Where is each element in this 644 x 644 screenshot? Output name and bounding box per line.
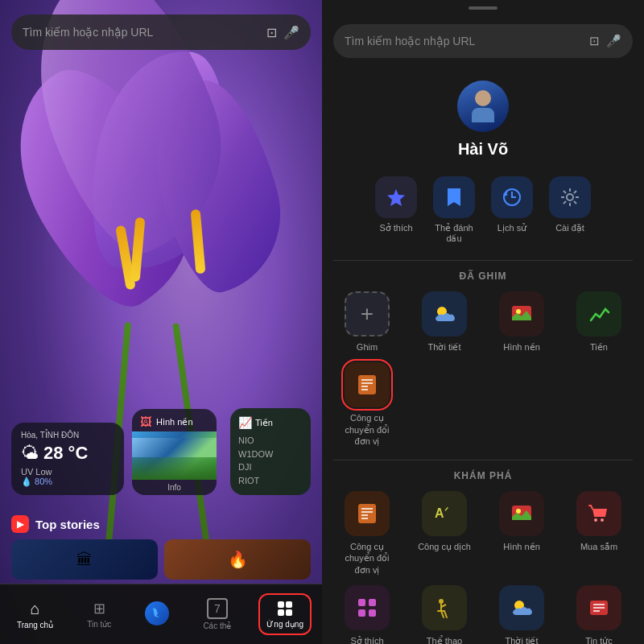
lich-su-label: Lịch sử	[497, 223, 526, 233]
profile-avatar[interactable]	[457, 80, 509, 132]
app-item-cong-cu-kp[interactable]: Công cụchuyển đổiđơn vị	[333, 491, 401, 576]
cong-cu-kp-icon	[345, 491, 390, 536]
top-stories-title: ▶ Top stories	[11, 515, 311, 533]
svg-point-7	[567, 194, 573, 200]
hinh-nen-kp-label: Hình nền	[503, 541, 540, 552]
cong-cu-kp-label: Công cụchuyển đổiđơn vị	[345, 541, 390, 576]
nav-news[interactable]: ⊞ Tin tức	[80, 595, 118, 634]
top-stories-label: Top stories	[35, 518, 100, 531]
avatar-body	[472, 108, 494, 122]
thoi-tiet-icon	[422, 291, 467, 336]
story-thumb-2[interactable]: 🔥	[164, 539, 311, 580]
so-thich-kp-icon	[345, 585, 390, 630]
app-item-the-thao[interactable]: Thể thao	[411, 585, 478, 644]
wallpaper-widget[interactable]: 🖼 Hình nền Info	[132, 409, 217, 495]
weather-temp: 28 °C	[43, 443, 88, 464]
quick-action-the-danh-dau[interactable]: Thẻ đánhdấu	[433, 176, 475, 244]
ghim-icon: +	[345, 291, 390, 336]
nav-tabs-label: Các thẻ	[203, 621, 231, 630]
svg-text:A: A	[435, 506, 444, 520]
tien-icon	[576, 291, 621, 336]
section-pinned-header: ĐÃ GHIM	[322, 264, 644, 291]
wallpaper-label: Hình nền	[156, 417, 193, 427]
left-panel: Tìm kiếm hoặc nhập URL ⊡ 🎤 Hòa, TỈNH ĐÔN…	[0, 0, 322, 644]
section-explore-header: KHÁM PHÁ	[322, 464, 644, 491]
weather-location: Hòa, TỈNH ĐÔN	[21, 431, 114, 440]
app-item-cong-cu-dich[interactable]: A ᐟ Công cụ dịch	[411, 491, 478, 576]
mic-icon[interactable]: 🎤	[283, 25, 299, 40]
right-panel: Tìm kiếm hoặc nhập URL ⊡ 🎤 Hài Võ Sở thí…	[322, 0, 644, 644]
avatar-inner	[457, 80, 509, 132]
cong-cu-dich-icon: A ᐟ	[422, 491, 467, 536]
stories-icon: ▶	[11, 515, 29, 533]
hinh-nen-label: Hình nền	[503, 341, 540, 353]
nav-apps-label: Ứng dụng	[266, 620, 303, 629]
nav-home[interactable]: ⌂ Trang chủ	[10, 595, 60, 634]
svg-point-31	[439, 599, 444, 604]
app-item-thoi-tiet[interactable]: Thời tiết	[411, 291, 478, 353]
app-item-cong-cu[interactable]: Công cụchuyển đổiđơn vị	[333, 362, 401, 447]
app-item-so-thich-kp[interactable]: Sở thích	[333, 585, 401, 644]
the-thao-label: Thể thao	[427, 635, 462, 644]
nav-tabs[interactable]: 7 Các thẻ	[196, 593, 237, 635]
nav-apps[interactable]: Ứng dụng	[258, 593, 312, 635]
wallpaper-image	[132, 431, 217, 480]
app-item-hinh-nen-kp[interactable]: Hình nền	[488, 491, 555, 576]
tien-widget[interactable]: 📈 Tiền NIO W1DOW DJI RIOT	[230, 408, 311, 495]
bottom-nav: ⌂ Trang chủ ⊞ Tin tức 7 Các thẻ	[0, 584, 322, 644]
avatar-head	[475, 90, 491, 106]
weather-uv: UV Low	[21, 467, 114, 477]
hinh-nen-icon	[499, 291, 544, 336]
cong-cu-dich-label: Công cụ dịch	[418, 541, 471, 552]
svg-rect-29	[358, 609, 365, 617]
left-search-placeholder: Tìm kiếm hoặc nhập URL	[23, 26, 260, 39]
left-search-bar[interactable]: Tìm kiếm hoặc nhập URL ⊡ 🎤	[11, 14, 311, 50]
quick-action-so-thich[interactable]: Sở thích	[375, 176, 417, 244]
divider-1	[333, 260, 633, 261]
quick-actions: Sở thích Thẻ đánhdấu Lịch sử	[322, 176, 644, 257]
svg-point-26	[601, 518, 604, 522]
weather-widget[interactable]: Hòa, TỈNH ĐÔN 🌤 28 °C UV Low 💧 80%	[11, 423, 124, 495]
quick-action-cai-dat[interactable]: Cài đặt	[549, 176, 591, 244]
tien-label: Tiền	[255, 418, 273, 428]
nav-news-label: Tin tức	[87, 620, 111, 629]
mua-sam-icon	[576, 491, 621, 536]
tien-header: 📈 Tiền	[238, 416, 303, 429]
right-camera-icon[interactable]: ⊡	[589, 34, 600, 48]
svg-text:ᐟ: ᐟ	[444, 506, 448, 517]
wallpaper-icon: 🖼	[140, 415, 151, 428]
thoi-tiet-kp-label: Thời tiết	[506, 635, 539, 644]
wallpaper-header: 🖼 Hình nền	[132, 409, 217, 431]
thoi-tiet-kp-icon	[499, 585, 544, 630]
app-item-ghim[interactable]: + Ghim	[333, 291, 401, 353]
the-danh-dau-label: Thẻ đánhdấu	[435, 223, 473, 244]
the-danh-dau-icon	[433, 176, 475, 218]
cai-dat-label: Cài đặt	[555, 223, 584, 233]
right-search-inner[interactable]: Tìm kiếm hoặc nhập URL ⊡ 🎤	[333, 24, 633, 58]
story-thumb-1[interactable]: 🏛	[11, 539, 158, 580]
app-item-mua-sam[interactable]: Mua sắm	[565, 491, 633, 576]
cai-dat-icon	[549, 176, 591, 218]
home-icon: ⌂	[31, 600, 40, 618]
svg-marker-4	[387, 189, 405, 206]
right-search-bar[interactable]: Tìm kiếm hoặc nhập URL ⊡ 🎤	[322, 13, 644, 64]
so-thich-kp-label: Sở thích	[350, 635, 383, 644]
cong-cu-label: Công cụchuyển đổiđơn vị	[345, 412, 390, 447]
right-mic-icon[interactable]: 🎤	[606, 34, 621, 48]
quick-action-lich-su[interactable]: Lịch sử	[491, 176, 533, 244]
divider-2	[333, 460, 633, 460]
cong-cu-icon	[345, 362, 390, 407]
avatar-person	[472, 90, 494, 122]
so-thich-icon	[375, 176, 417, 218]
nav-bing[interactable]	[138, 597, 175, 633]
bing-icon	[145, 601, 169, 625]
app-item-hinh-nen[interactable]: Hình nền	[488, 291, 555, 353]
svg-rect-28	[369, 599, 376, 606]
app-item-thoi-tiet-kp[interactable]: Thời tiết	[488, 585, 555, 644]
app-item-tien[interactable]: Tiền	[565, 291, 633, 353]
app-item-tin-tuc[interactable]: Tin tức	[565, 585, 633, 644]
camera-icon[interactable]: ⊡	[266, 25, 277, 40]
apps-icon	[276, 600, 294, 617]
drag-handle[interactable]	[469, 6, 497, 10]
tien-icon: 📈	[238, 416, 252, 429]
